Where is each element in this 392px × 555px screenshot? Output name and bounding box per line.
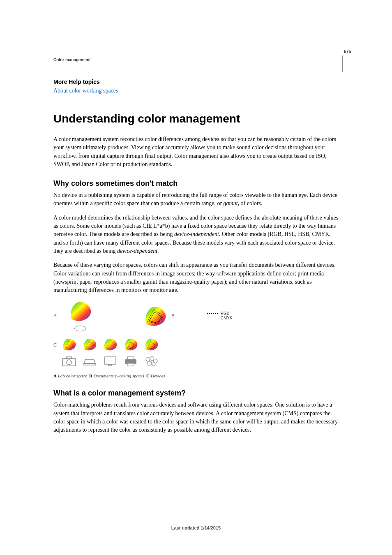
figure-label-b: B [171,313,175,319]
svg-rect-3 [84,363,95,365]
figure-label-c: C [53,342,57,348]
dashed-line-icon [207,313,218,314]
legend-rgb: RGB [207,311,233,316]
article-title: Understanding color management [53,112,339,125]
more-help-heading: More Help topics [53,79,339,85]
term-device-independent: device-independent [174,231,219,237]
section1-p2: A color model determines the relationshi… [53,214,339,255]
section2-p1: Color-matching problems result from vari… [53,401,339,434]
link-about-color-working-spaces[interactable]: About color working spaces [53,88,118,94]
page-number-rule [342,56,343,72]
caption-key-a: A [53,373,57,378]
device-camera-col [61,337,77,367]
solid-line-icon [207,318,218,318]
term-device-dependent: device-dependent [117,248,157,254]
device-gamut-icon [81,337,98,351]
figure-top-row: A B [53,300,339,331]
device-inkjet-col [122,337,139,367]
device-gamut-icon [122,337,139,351]
device-gamut-icon [61,337,77,351]
footer-last-updated: Last updated 1/14/2015 [0,525,392,530]
text-span: . [157,248,159,254]
figure-caption: A Lab color space B Documents (working s… [53,373,339,378]
document-gamut-icon [142,305,168,326]
page-number: 575 [344,49,351,54]
device-gamut-icon [102,337,118,351]
device-monitor-col [102,337,118,367]
svg-point-13 [152,363,155,366]
chapter-label: Color management [53,58,339,62]
svg-point-9 [146,357,150,361]
svg-point-1 [67,360,71,365]
caption-key-c: C [146,373,150,378]
scanner-icon [82,355,97,367]
svg-rect-8 [127,363,134,366]
inkjet-printer-icon [123,355,138,367]
heading-what-is-cms: What is a color management system? [53,389,339,398]
figure-label-a: A [53,313,57,319]
heading-why-colors-dont-match: Why colors sometimes don't match [53,179,339,188]
device-press-col [143,337,159,367]
press-icon [144,355,159,367]
caption-text-c: Devices [151,373,165,378]
caption-key-b: B [89,373,92,378]
lab-gamut-icon [67,300,93,321]
page-content: Color management More Help topics About … [0,0,392,435]
legend-cmyk: CMYK [207,316,233,320]
section1-p3: Because of these varying color spaces, c… [53,261,339,294]
oval-icon [74,326,86,331]
camera-icon [62,355,76,367]
caption-text-a: Lab color space [58,373,87,378]
legend-cmyk-label: CMYK [221,316,233,320]
figure-bottom-row: C [53,337,339,367]
section1-p1: No device in a publishing system is capa… [53,191,339,208]
figure-color-gamuts: A B [53,300,339,378]
figure-legend: RGB CMYK [207,311,233,320]
caption-text-b: Documents (working space) [93,373,144,378]
svg-point-12 [148,361,152,365]
device-scanner-col [81,337,98,367]
monitor-icon [103,355,118,367]
svg-rect-5 [108,364,112,366]
term-gamut: gamut [224,200,238,206]
article-intro: A color management system reconciles col… [53,135,339,169]
legend-rgb-label: RGB [221,311,230,316]
gamut-a-group [67,300,93,331]
text-span: No device in a publishing system is capa… [53,192,337,206]
device-gamut-icon [143,337,159,351]
svg-rect-2 [67,357,71,359]
svg-rect-4 [104,357,116,364]
gamut-b-group: B [142,305,175,326]
text-span: , of colors. [238,200,263,206]
